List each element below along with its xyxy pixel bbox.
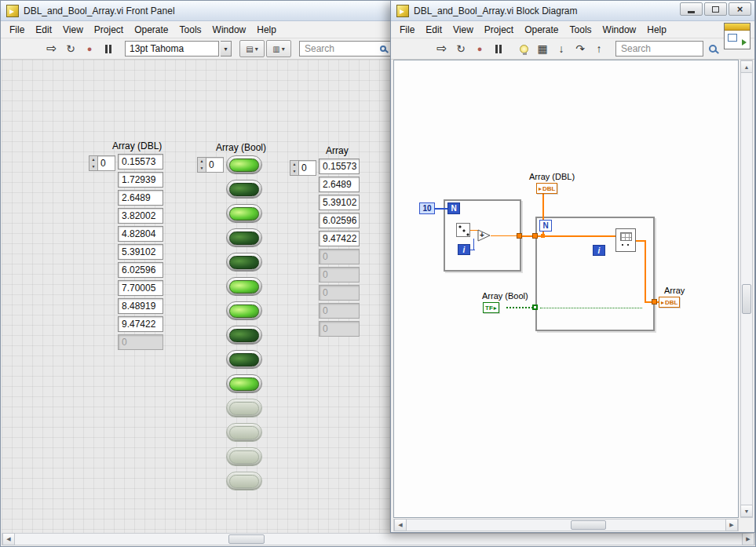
array-dbl-index-value[interactable]: 0 xyxy=(98,156,115,170)
led-button[interactable] xyxy=(226,228,262,247)
spinner-up-icon[interactable]: ▲ xyxy=(198,158,206,165)
index-spinner-arrows[interactable]: ▲▼ xyxy=(89,156,98,170)
led-button[interactable] xyxy=(226,277,262,296)
scroll-down-button[interactable]: ▼ xyxy=(740,505,753,517)
index-spinner-arrows[interactable]: ▲▼ xyxy=(290,161,299,175)
array-out-index-value[interactable]: 0 xyxy=(299,161,316,175)
numeric-constant[interactable]: 10 xyxy=(419,202,435,214)
array-element[interactable]: 5.39102 xyxy=(319,195,360,210)
scroll-left-button[interactable]: ◀ xyxy=(394,519,407,531)
menu-tools[interactable]: Tools xyxy=(564,22,597,38)
array-element[interactable]: 5.39102 xyxy=(118,244,163,260)
array-element[interactable]: 0.15573 xyxy=(319,159,360,174)
spinner-down-icon[interactable]: ▼ xyxy=(198,165,206,172)
index-spinner-arrows[interactable]: ▲▼ xyxy=(198,158,206,172)
spinner-down-icon[interactable]: ▼ xyxy=(290,168,298,175)
menu-project[interactable]: Project xyxy=(89,22,129,38)
array-element[interactable]: 9.47422 xyxy=(319,231,360,246)
led-button[interactable] xyxy=(226,180,262,199)
tunnel-loop1-out[interactable] xyxy=(517,233,522,239)
align-objects-button[interactable]: ▤▾ xyxy=(239,40,265,57)
menu-edit[interactable]: Edit xyxy=(30,22,57,38)
scroll-right-button[interactable]: ▶ xyxy=(725,519,738,531)
tunnel-loop2-in[interactable] xyxy=(532,233,538,239)
pause-button[interactable] xyxy=(490,40,507,57)
fp-horizontal-scrollbar[interactable]: ◀ ▶ xyxy=(2,533,755,545)
dbl-indicator-label[interactable]: Array (DBL) xyxy=(529,172,575,181)
array-element[interactable]: 7.70005 xyxy=(118,280,163,296)
scroll-thumb[interactable] xyxy=(571,520,606,530)
array-element[interactable]: 9.47422 xyxy=(118,316,163,332)
search-input[interactable]: Search xyxy=(299,41,392,57)
array-element[interactable]: 2.6489 xyxy=(118,190,163,206)
array-dbl-index[interactable]: ▲▼ 0 xyxy=(89,155,115,171)
array-element[interactable]: 0.15573 xyxy=(118,154,163,170)
menu-window[interactable]: Window xyxy=(207,22,252,38)
scroll-right-button[interactable]: ▶ xyxy=(742,533,754,545)
search-button[interactable] xyxy=(705,41,721,57)
array-element[interactable]: 1.72939 xyxy=(118,172,163,188)
menu-file[interactable]: File xyxy=(4,22,30,38)
step-out-button[interactable]: ↑ xyxy=(590,40,608,57)
spinner-up-icon[interactable]: ▲ xyxy=(290,161,298,168)
array-out-index[interactable]: ▲▼ 0 xyxy=(290,160,316,176)
menu-tools[interactable]: Tools xyxy=(174,22,207,38)
loop2-iteration-terminal[interactable]: i xyxy=(593,245,605,256)
bd-horizontal-scrollbar[interactable]: ◀ ▶ xyxy=(393,519,739,531)
spinner-up-icon[interactable]: ▲ xyxy=(89,156,97,163)
tunnel-loop2-bool-in[interactable] xyxy=(532,304,538,310)
menu-operate[interactable]: Operate xyxy=(129,22,173,38)
font-selector-dropdown[interactable]: ▾ xyxy=(221,41,232,57)
led-button[interactable] xyxy=(226,326,262,345)
bool-array-control-terminal[interactable]: TF ▸ xyxy=(483,302,499,313)
highlight-execution-button[interactable] xyxy=(515,40,532,57)
led-button[interactable] xyxy=(226,155,262,174)
menu-help[interactable]: Help xyxy=(641,22,672,38)
led-button[interactable] xyxy=(226,350,262,369)
array-element[interactable]: 3.82002 xyxy=(118,208,163,224)
menu-view[interactable]: View xyxy=(447,22,479,38)
bd-titlebar[interactable]: DBL_and_Bool_Array.vi Block Diagram × xyxy=(391,1,754,21)
minimize-button[interactable] xyxy=(680,2,703,16)
bd-vertical-scrollbar[interactable]: ▲ ▼ xyxy=(740,60,753,518)
menu-window[interactable]: Window xyxy=(597,22,642,38)
led-button[interactable] xyxy=(226,204,262,223)
font-selector[interactable]: 13pt Tahoma xyxy=(125,41,219,57)
bool-control-label[interactable]: Array (Bool) xyxy=(482,291,528,301)
scroll-left-button[interactable]: ◀ xyxy=(2,533,15,545)
array-element[interactable]: 6.02596 xyxy=(319,213,360,228)
array-bool-index[interactable]: ▲▼ 0 xyxy=(197,157,224,173)
pause-button[interactable] xyxy=(100,40,117,57)
scroll-up-button[interactable]: ▲ xyxy=(740,60,753,73)
vi-icon[interactable] xyxy=(724,23,751,49)
menu-edit[interactable]: Edit xyxy=(420,22,447,38)
maximize-button[interactable] xyxy=(704,2,727,16)
menu-operate[interactable]: Operate xyxy=(519,22,564,38)
array-element[interactable]: 6.02596 xyxy=(118,262,163,278)
scroll-thumb[interactable] xyxy=(228,534,265,544)
close-button[interactable]: × xyxy=(729,2,751,16)
run-continuously-button[interactable]: ↻ xyxy=(62,40,79,57)
menu-view[interactable]: View xyxy=(57,22,89,38)
loop1-iteration-terminal[interactable]: i xyxy=(458,244,470,255)
tunnel-loop2-out[interactable] xyxy=(652,299,657,304)
array-bool-index-value[interactable]: 0 xyxy=(206,158,223,172)
array-element[interactable]: 2.6489 xyxy=(319,177,360,192)
scroll-thumb[interactable] xyxy=(742,284,751,314)
step-over-button[interactable]: ↷ xyxy=(572,40,589,57)
led-button[interactable] xyxy=(226,374,262,393)
led-button[interactable] xyxy=(226,301,262,320)
out-array-indicator-terminal[interactable]: ▸ DBL xyxy=(659,297,680,308)
menu-file[interactable]: File xyxy=(394,22,420,38)
build-array-function[interactable] xyxy=(615,228,636,252)
block-diagram-canvas[interactable]: 10 N + i N i Array (DBL) ▸ DBL Array (Bo… xyxy=(393,60,739,518)
abort-button[interactable]: ● xyxy=(471,40,488,57)
abort-button[interactable]: ● xyxy=(81,40,98,57)
dbl-array-indicator-terminal[interactable]: ▸ DBL xyxy=(536,183,557,194)
spinner-down-icon[interactable]: ▼ xyxy=(89,163,97,170)
run-button[interactable]: ⇨ xyxy=(433,40,451,57)
distribute-objects-button[interactable]: ▥▾ xyxy=(266,40,291,57)
run-button[interactable]: ⇨ xyxy=(43,40,60,57)
array-element[interactable]: 4.82804 xyxy=(118,226,163,242)
clean-up-diagram-button[interactable]: ▦ xyxy=(534,40,551,57)
